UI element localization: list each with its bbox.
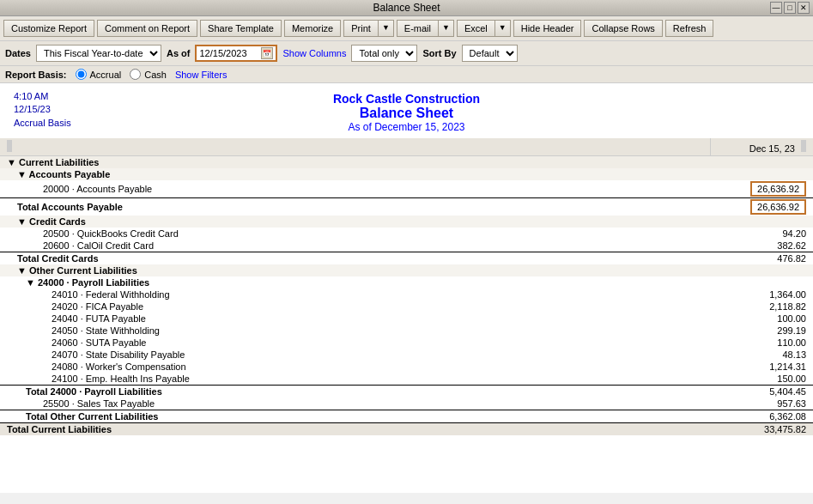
- table-row[interactable]: Total Current Liabilities33,475.82: [0, 423, 813, 436]
- table-row[interactable]: ▼ 24000 · Payroll Liabilities: [0, 276, 813, 288]
- row-label-cell: ▼ Other Current Liabilities: [0, 264, 710, 276]
- as-of-label: As of: [167, 48, 191, 58]
- row-amount-cell: [710, 168, 813, 180]
- table-row[interactable]: ▼ Credit Cards: [0, 216, 813, 228]
- row-label-cell: 24060 · SUTA Payable: [0, 337, 710, 349]
- toolbar: Customize Report Comment on Report Share…: [0, 16, 813, 41]
- excel-dropdown-arrow[interactable]: ▼: [494, 21, 510, 36]
- row-label-cell: Total Credit Cards: [0, 252, 710, 265]
- cash-radio[interactable]: [130, 69, 141, 80]
- title-bar-text: Balance Sheet: [373, 2, 440, 14]
- print-label[interactable]: Print: [344, 21, 378, 36]
- row-label-cell: Total 24000 · Payroll Liabilities: [0, 386, 710, 398]
- row-amount-cell: 48.13: [710, 349, 813, 361]
- row-amount-cell: 33,475.82: [710, 423, 813, 436]
- table-row[interactable]: ▼ Other Current Liabilities: [0, 264, 813, 276]
- email-label[interactable]: E-mail: [397, 21, 438, 36]
- calendar-icon[interactable]: 📅: [261, 47, 273, 59]
- show-columns-button[interactable]: Show Columns: [282, 48, 346, 58]
- accrual-radio-group: Accrual: [76, 69, 122, 80]
- report-name: Balance Sheet: [110, 106, 703, 121]
- row-label-cell: ▼ Accounts Payable: [0, 168, 710, 180]
- col-resize-icon[interactable]: [801, 140, 806, 152]
- row-label-cell: ▼ Current Liabilities: [0, 156, 710, 169]
- table-row[interactable]: 20600 · CalOil Credit Card382.62: [0, 240, 813, 252]
- row-amount-cell: 100.00: [710, 313, 813, 325]
- row-amount-cell: 110.00: [710, 337, 813, 349]
- table-row[interactable]: ▼ Accounts Payable: [0, 168, 813, 180]
- row-label-cell: 24100 · Emp. Health Ins Payable: [0, 373, 710, 386]
- excel-button[interactable]: Excel ▼: [457, 20, 511, 37]
- row-amount-cell: 299.19: [710, 325, 813, 337]
- row-label-cell: 24010 · Federal Withholding: [0, 288, 710, 301]
- report-table: Dec 15, 23 ▼ Current Liabilities▼ Accoun…: [0, 138, 813, 435]
- row-label-cell: Total Current Liabilities: [0, 423, 710, 436]
- table-row[interactable]: 20500 · QuickBooks Credit Card94.20: [0, 228, 813, 240]
- report-subtitle: As of December 15, 2023: [110, 121, 703, 133]
- row-label-cell: ▼ Credit Cards: [0, 216, 710, 228]
- table-row[interactable]: Total Accounts Payable26,636.92: [0, 198, 813, 216]
- table-row[interactable]: 24040 · FUTA Payable100.00: [0, 313, 813, 325]
- collapse-rows-button[interactable]: Collapse Rows: [584, 20, 662, 37]
- table-row[interactable]: 24020 · FICA Payable2,118.82: [0, 301, 813, 313]
- print-button[interactable]: Print ▼: [343, 20, 394, 37]
- customize-report-button[interactable]: Customize Report: [3, 20, 94, 37]
- row-amount-cell: 150.00: [710, 373, 813, 386]
- col-handle-left[interactable]: [7, 140, 12, 152]
- date-input[interactable]: [199, 48, 259, 58]
- row-amount-cell: [710, 156, 813, 169]
- close-button[interactable]: ✕: [798, 2, 810, 14]
- dates-select[interactable]: This Fiscal Year-to-date: [36, 45, 161, 62]
- cash-radio-group: Cash: [130, 69, 167, 80]
- print-dropdown-arrow[interactable]: ▼: [378, 21, 393, 36]
- share-template-button[interactable]: Share Template: [200, 20, 282, 37]
- comment-on-report-button[interactable]: Comment on Report: [97, 20, 197, 37]
- table-row[interactable]: 24080 · Worker's Compensation1,214.31: [0, 361, 813, 373]
- table-row[interactable]: 24050 · State Withholding299.19: [0, 325, 813, 337]
- table-row[interactable]: 24070 · State Disability Payable48.13: [0, 349, 813, 361]
- table-header-row: Dec 15, 23: [0, 138, 813, 156]
- email-button[interactable]: E-mail ▼: [397, 20, 454, 37]
- table-row[interactable]: 20000 · Accounts Payable26,636.92: [0, 180, 813, 198]
- report-basis-label: Report Basis:: [5, 70, 67, 80]
- row-amount-cell: 94.20: [710, 228, 813, 240]
- minimize-button[interactable]: —: [770, 2, 782, 14]
- table-row[interactable]: Total 24000 · Payroll Liabilities5,404.4…: [0, 386, 813, 398]
- table-row[interactable]: Total Other Current Liabilities6,362.08: [0, 410, 813, 423]
- row-amount-cell: [710, 216, 813, 228]
- basis-bar: Report Basis: Accrual Cash Show Filters: [0, 66, 813, 83]
- col-header-text: Dec 15, 23: [749, 143, 795, 154]
- show-filters-button[interactable]: Show Filters: [175, 70, 228, 80]
- email-dropdown-arrow[interactable]: ▼: [438, 21, 453, 36]
- row-amount-cell: 957.63: [710, 398, 813, 410]
- row-label-cell: 24050 · State Withholding: [0, 325, 710, 337]
- row-label-cell: 20500 · QuickBooks Credit Card: [0, 228, 710, 240]
- date-input-box: 📅: [195, 45, 277, 62]
- row-label-header: [0, 138, 710, 156]
- sort-select[interactable]: Default: [462, 45, 518, 62]
- filter-bar: Dates This Fiscal Year-to-date As of 📅 S…: [0, 41, 813, 66]
- row-amount-cell: 2,118.82: [710, 301, 813, 313]
- refresh-button[interactable]: Refresh: [665, 20, 714, 37]
- table-row[interactable]: 24100 · Emp. Health Ins Payable150.00: [0, 373, 813, 386]
- row-amount-cell: 476.82: [710, 252, 813, 265]
- excel-label[interactable]: Excel: [458, 21, 494, 36]
- row-label-cell: 24070 · State Disability Payable: [0, 349, 710, 361]
- table-row[interactable]: Total Credit Cards476.82: [0, 252, 813, 265]
- table-row[interactable]: 24010 · Federal Withholding1,364.00: [0, 288, 813, 301]
- accrual-radio[interactable]: [76, 69, 87, 80]
- col-header-dec15: Dec 15, 23: [710, 138, 813, 156]
- report-date: 12/15/23: [14, 103, 89, 116]
- table-row[interactable]: 24060 · SUTA Payable110.00: [0, 337, 813, 349]
- row-amount-cell: 1,364.00: [710, 288, 813, 301]
- sort-by-label: Sort By: [422, 48, 456, 58]
- maximize-button[interactable]: □: [784, 2, 796, 14]
- hide-header-button[interactable]: Hide Header: [513, 20, 582, 37]
- columns-select[interactable]: Total only: [351, 45, 417, 62]
- row-label-cell: 20600 · CalOil Credit Card: [0, 240, 710, 252]
- row-amount-cell: [710, 276, 813, 288]
- memorize-button[interactable]: Memorize: [284, 20, 341, 37]
- table-row[interactable]: 25500 · Sales Tax Payable957.63: [0, 398, 813, 410]
- company-name: Rock Castle Construction: [110, 92, 703, 106]
- table-row[interactable]: ▼ Current Liabilities: [0, 156, 813, 169]
